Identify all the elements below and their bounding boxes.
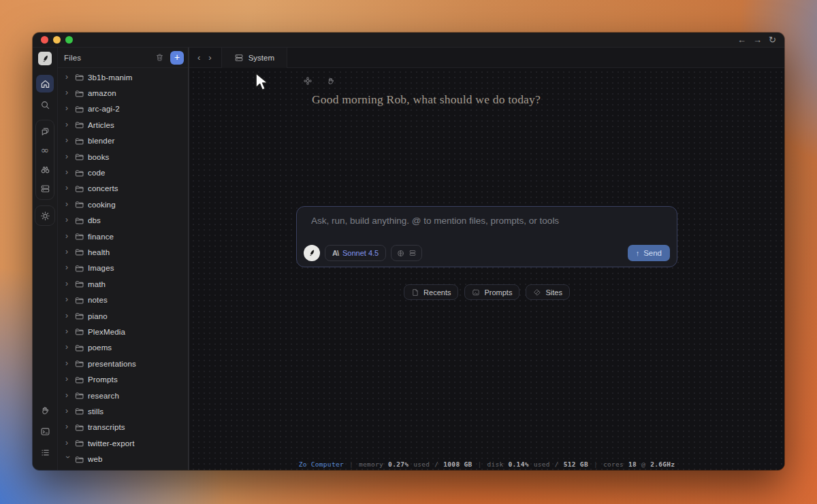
- chevron-right-icon[interactable]: ›: [65, 152, 71, 161]
- status-bar: Zo Computer | memory 0.27% used / 1008 G…: [189, 460, 784, 468]
- tree-item-folder[interactable]: › 3b1b-manim: [58, 69, 188, 85]
- tab-back-icon[interactable]: ‹: [197, 53, 200, 62]
- chevron-right-icon[interactable]: ›: [65, 263, 71, 272]
- tree-item-folder[interactable]: › presentations: [58, 356, 188, 371]
- tab-forward-icon[interactable]: ›: [208, 53, 211, 62]
- recents-button[interactable]: Recents: [404, 284, 458, 300]
- tree-item-folder[interactable]: › poems: [58, 340, 188, 356]
- chevron-right-icon[interactable]: ›: [65, 295, 71, 304]
- chevron-right-icon[interactable]: ›: [65, 390, 71, 400]
- folder-icon: [75, 216, 84, 225]
- folder-icon: [75, 152, 84, 161]
- tree-item-folder[interactable]: › twitter-export: [58, 435, 188, 451]
- tree-item-folder[interactable]: › Prompts: [58, 371, 188, 387]
- sidebar-item-system[interactable]: [36, 180, 54, 197]
- send-label: Send: [643, 249, 662, 257]
- tree-item-folder[interactable]: › notes: [58, 292, 188, 307]
- prompts-button[interactable]: Prompts: [464, 284, 519, 300]
- model-selector[interactable]: A\ Sonnet 4.5: [325, 245, 386, 261]
- tree-item-folder[interactable]: › math: [58, 276, 188, 292]
- sidebar-item-tasks[interactable]: [36, 443, 54, 461]
- tree-item-folder[interactable]: › Images: [58, 261, 188, 276]
- chevron-right-icon[interactable]: ›: [65, 199, 71, 209]
- sidebar-item-feedback[interactable]: [36, 401, 54, 419]
- disk-slash: /: [555, 460, 559, 468]
- tree-item-folder[interactable]: › concerts: [58, 181, 188, 197]
- tree-item-folder[interactable]: › Articles: [58, 117, 188, 133]
- tree-item-folder[interactable]: › PlexMedia: [58, 324, 188, 339]
- personalize-button[interactable]: [302, 75, 313, 86]
- send-button[interactable]: ↑ Send: [628, 245, 670, 261]
- chevron-right-icon[interactable]: ›: [65, 279, 71, 288]
- wave-button[interactable]: [325, 75, 336, 86]
- chevron-right-icon[interactable]: ›: [65, 103, 71, 113]
- trash-button[interactable]: [153, 51, 166, 65]
- tree-item-folder[interactable]: › blender: [58, 133, 188, 149]
- tree-item-folder[interactable]: › cooking: [58, 197, 188, 212]
- tree-item-folder[interactable]: › stills: [58, 403, 188, 419]
- tree-item-folder[interactable]: › research: [58, 388, 188, 403]
- folder-icon: [75, 73, 84, 82]
- chevron-right-icon[interactable]: ›: [65, 311, 71, 320]
- tree-item-folder[interactable]: › amazon: [58, 85, 188, 101]
- status-brand[interactable]: Zo Computer: [299, 460, 344, 468]
- tree-item-folder[interactable]: › piano: [58, 308, 188, 324]
- sidebar-item-discover[interactable]: [36, 161, 54, 178]
- status-separator: |: [477, 460, 481, 468]
- sidebar-item-chats[interactable]: [36, 122, 54, 140]
- tree-item-folder[interactable]: › web: [58, 451, 188, 467]
- zoom-window-button[interactable]: [65, 36, 73, 44]
- folder-icon: [75, 391, 84, 400]
- sidebar-item-automations[interactable]: ∞: [36, 141, 54, 159]
- sidebar-item-settings[interactable]: [36, 207, 54, 224]
- traffic-lights: [41, 36, 73, 44]
- sites-button[interactable]: Sites: [526, 284, 569, 300]
- chevron-right-icon[interactable]: ›: [65, 120, 71, 129]
- folder-name: blender: [88, 137, 114, 145]
- sidebar-item-terminal[interactable]: [36, 422, 54, 440]
- tab-system[interactable]: System: [221, 48, 287, 68]
- folder-name: Images: [88, 264, 114, 272]
- chevron-right-icon[interactable]: ›: [65, 422, 71, 431]
- sidebar-item-search[interactable]: [36, 96, 54, 114]
- tree-item-folder[interactable]: › dbs: [58, 213, 188, 229]
- chevron-right-icon[interactable]: ›: [65, 342, 71, 352]
- add-file-button[interactable]: +: [170, 51, 184, 65]
- folder-name: transcripts: [88, 423, 125, 431]
- files-header: Files +: [58, 48, 188, 68]
- composer-input[interactable]: [304, 214, 670, 245]
- reload-icon[interactable]: ↻: [769, 35, 776, 44]
- tools-selector[interactable]: [391, 245, 422, 261]
- memory-total: 1008 GB: [443, 460, 472, 468]
- sidebar-item-home[interactable]: [36, 75, 54, 93]
- chevron-right-icon[interactable]: ›: [65, 406, 71, 416]
- minimize-window-button[interactable]: [53, 36, 61, 44]
- hand-icon: [326, 76, 336, 86]
- chevron-right-icon[interactable]: ›: [65, 215, 71, 224]
- tree-item-folder[interactable]: › books: [58, 149, 188, 165]
- chevron-right-icon[interactable]: ›: [65, 167, 71, 177]
- history-forward-icon[interactable]: →: [753, 35, 762, 44]
- close-window-button[interactable]: [41, 36, 48, 44]
- history-back-icon[interactable]: ←: [737, 35, 746, 44]
- zo-agent-button[interactable]: [304, 245, 320, 261]
- chevron-right-icon[interactable]: ›: [63, 456, 73, 461]
- folder-name: dbs: [88, 216, 101, 224]
- chevron-right-icon[interactable]: ›: [65, 72, 71, 82]
- zo-app-logo[interactable]: [38, 52, 52, 65]
- tree-item-folder[interactable]: › health: [58, 244, 188, 260]
- chevron-right-icon[interactable]: ›: [65, 88, 71, 97]
- chevron-right-icon[interactable]: ›: [65, 231, 71, 241]
- chevron-right-icon[interactable]: ›: [65, 183, 71, 192]
- tree-item-folder[interactable]: › finance: [58, 229, 188, 244]
- tree-item-folder[interactable]: › arc-agi-2: [58, 101, 188, 117]
- chevron-right-icon[interactable]: ›: [65, 326, 71, 336]
- chevron-right-icon[interactable]: ›: [65, 438, 71, 448]
- chevron-right-icon[interactable]: ›: [65, 358, 71, 368]
- tree-item-folder[interactable]: › transcripts: [58, 420, 188, 435]
- chevron-right-icon[interactable]: ›: [65, 247, 71, 256]
- chevron-right-icon[interactable]: ›: [65, 374, 71, 384]
- tree-item-folder[interactable]: › code: [58, 165, 188, 180]
- chevron-right-icon[interactable]: ›: [65, 135, 71, 145]
- disk-pct: 0.14%: [509, 460, 529, 468]
